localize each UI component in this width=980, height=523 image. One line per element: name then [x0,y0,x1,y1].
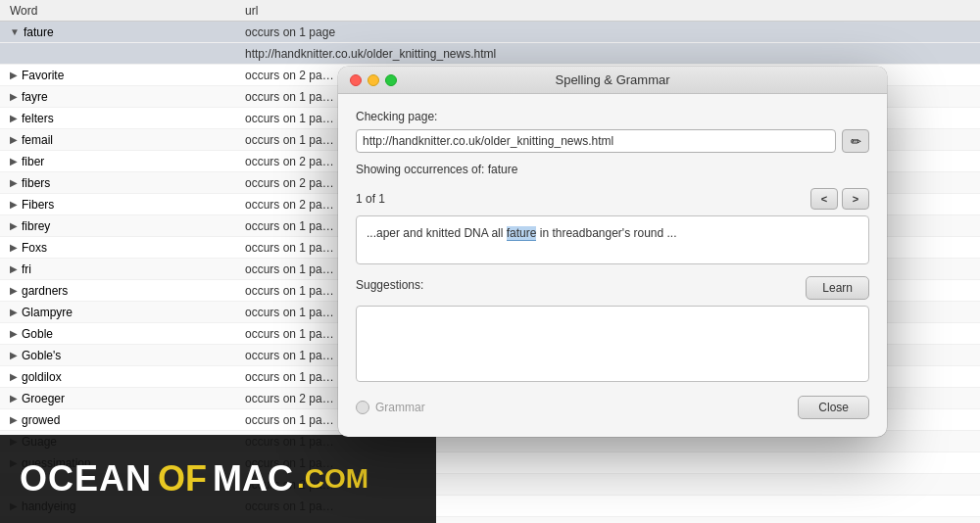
word-text: growed [22,413,60,427]
expand-triangle-open: ▼ [10,26,20,37]
learn-button[interactable]: Learn [806,276,869,300]
expand-triangle: ▶ [10,371,18,382]
word-cell: ▶Favorite [10,69,245,82]
minimize-traffic-light[interactable] [368,74,379,86]
expand-triangle: ▶ [10,91,18,102]
of-text: OF [158,458,207,499]
com-text: .COM [297,463,368,495]
checking-label: Checking page: [356,110,869,123]
word-text: fri [22,262,31,276]
mac-text: MAC [213,458,293,499]
url-input[interactable] [356,129,836,153]
suggestions-label: Suggestions: [356,276,423,292]
next-button[interactable]: > [842,188,869,210]
occurrence-row: 1 of 1 < > [356,188,869,210]
expand-triangle: ▶ [10,220,18,231]
traffic-lights [350,74,397,86]
word-cell: ▶fri [10,262,245,276]
close-button[interactable]: Close [798,396,869,419]
expand-triangle: ▶ [10,156,18,166]
suggestions-row: Suggestions: Learn [356,276,869,300]
word-text: gardners [22,284,68,298]
word-text: fayre [22,90,48,104]
showing-row: Showing occurrences of: fature [356,163,869,176]
ocean-text: OCEAN [20,458,152,499]
word-cell: ▶Fibers [10,198,245,212]
word-cell: ▶growed [10,413,245,427]
word-text: fibers [22,176,50,190]
word-cell: ▶fiber [10,155,245,168]
word-text: fiber [22,155,44,168]
table-row[interactable]: ▼fatureoccurs on 1 page [0,22,980,43]
word-cell: ▶fayre [10,90,245,104]
nav-buttons: < > [810,188,869,210]
context-box: ...aper and knitted DNA all fature in th… [356,215,869,264]
pencil-button[interactable]: ✏ [842,129,869,153]
occurrence-count: 1 of 1 [356,192,385,206]
word-text: Foxs [22,241,47,255]
expand-triangle: ▶ [10,414,18,425]
dialog-body: Checking page: ✏ Showing occurrences of:… [338,94,887,437]
expand-triangle: ▶ [10,263,18,274]
expand-triangle: ▶ [10,350,18,360]
expand-triangle: ▶ [10,328,18,339]
context-before: ...aper and knitted DNA all [367,226,507,240]
word-cell: ▶fibers [10,176,245,190]
word-cell: ▶fibrey [10,219,245,233]
word-text: Fibers [22,198,54,212]
word-cell: ▶gardners [10,284,245,298]
table-header: Word url [0,0,980,22]
table-row[interactable]: http://handknitter.co.uk/older_knitting_… [0,43,980,65]
close-traffic-light[interactable] [350,74,362,86]
spelling-grammar-dialog: Spelling & Grammar Checking page: ✏ Show… [338,67,887,437]
showing-label: Showing occurrences of: fature [356,163,517,176]
dialog-titlebar: Spelling & Grammar [338,67,887,94]
word-text: felters [22,112,54,125]
word-column-header: Word [10,4,245,18]
word-text: Groeger [22,392,65,405]
expand-triangle: ▶ [10,134,18,145]
ocean-of-mac-banner: OCEAN OF MAC .COM [0,435,436,523]
expand-triangle: ▶ [10,113,18,123]
word-cell: ▶goldilox [10,370,245,384]
pencil-icon: ✏ [851,134,861,149]
dialog-title: Spelling & Grammar [555,72,669,87]
context-after: in threadbanger's round ... [536,226,676,240]
url-cell: http://handknitter.co.uk/older_knitting_… [245,47,970,61]
word-cell: ▶Foxs [10,241,245,255]
word-text: Favorite [22,69,64,82]
prev-button[interactable]: < [810,188,838,210]
grammar-label: Grammar [375,401,425,414]
dialog-footer: Grammar Close [356,396,869,419]
word-cell: ▶Goble's [10,349,245,362]
word-text: Glampyre [22,306,73,319]
word-cell: ▶Groeger [10,392,245,405]
url-row: ✏ [356,129,869,153]
word-text: Goble [22,327,53,341]
maximize-traffic-light[interactable] [385,74,397,86]
word-text: femail [22,133,53,147]
word-text: fibrey [22,219,50,233]
grammar-row: Grammar [356,401,425,414]
expand-triangle: ▶ [10,199,18,210]
expand-triangle: ▶ [10,285,18,296]
word-text: fature [24,25,54,39]
word-text: goldilox [22,370,62,384]
word-text: Goble's [22,349,61,362]
grammar-radio[interactable] [356,401,369,414]
word-cell: ▶Glampyre [10,306,245,319]
expand-triangle: ▶ [10,242,18,253]
suggestions-box [356,306,869,382]
word-cell: ▶femail [10,133,245,147]
url-cell: occurs on 1 page [245,25,970,39]
expand-triangle: ▶ [10,307,18,317]
word-cell: ▼fature [10,25,245,39]
word-cell: ▶Goble [10,327,245,341]
expand-triangle: ▶ [10,177,18,188]
word-cell: ▶felters [10,112,245,125]
highlighted-word: fature [507,226,537,241]
expand-triangle: ▶ [10,393,18,404]
expand-triangle: ▶ [10,70,18,80]
url-column-header: url [245,4,970,18]
